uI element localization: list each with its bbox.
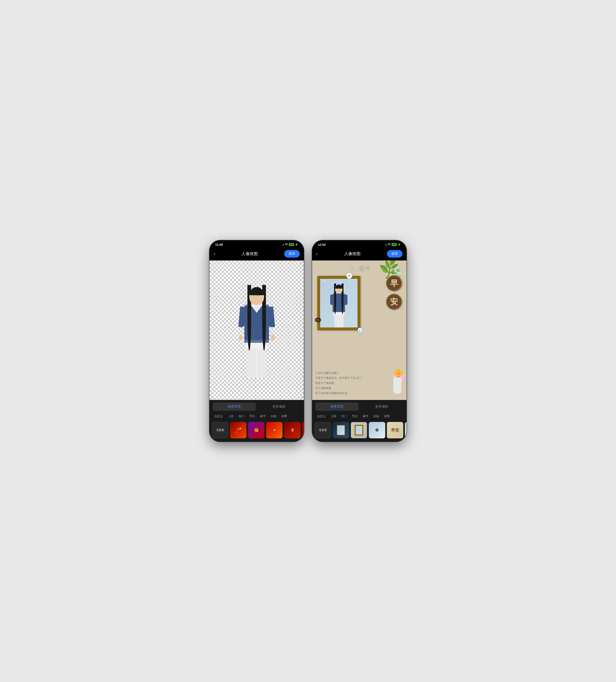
signal-icon-right: ᵢₗₗ	[385, 243, 387, 246]
watermark-logo: F	[349, 265, 357, 273]
tab-buttons-right: 创意背景 更多编辑	[312, 400, 407, 412]
template-1-left[interactable]: 🧨	[230, 422, 246, 438]
template-4-left[interactable]: 🏮	[284, 422, 301, 438]
cat-seasons-right[interactable]: 四季	[381, 414, 392, 419]
watermark: F 趣号	[349, 265, 370, 273]
person-figure	[244, 287, 269, 378]
cat-custom-left[interactable]: 自定义	[212, 414, 226, 419]
template-5-left[interactable]: 夕	[302, 422, 304, 438]
tab-more-edit-right[interactable]: 更多编辑	[360, 403, 403, 411]
status-bar-left: 12:00 ᵢₗₗ 100 ⚡	[209, 240, 304, 248]
cat-spring-right[interactable]: 春节	[360, 414, 371, 419]
bottom-panel-right: 创意背景 更多编辑 自定义 上新 热门 节日 春节 问候 四季 无背景	[312, 400, 407, 442]
back-button-left[interactable]: ‹	[214, 251, 215, 256]
wifi-icon-right	[387, 243, 391, 246]
morning-badge: 早	[386, 275, 402, 291]
page-title-left: 人像抠图	[241, 251, 258, 256]
ruler-mark-right-bottom: F	[301, 397, 302, 399]
motivational-text: 人为什么要长大呢？ 不是为了逃进生活，也不是为了关上门， 而是为了再相遇， 为了…	[315, 370, 384, 396]
template-no-bg-right[interactable]: 无背景	[314, 422, 331, 438]
template-frame-right[interactable]	[351, 422, 367, 438]
cat-new-right[interactable]: 上新	[328, 414, 339, 419]
right-phone: 12:02 ᵢₗₗ 100 ⚡ ‹ 人像抠图 保存	[312, 240, 407, 442]
time-right: 12:02	[318, 243, 326, 246]
top-bar-right: ‹ 人像抠图 保存	[312, 248, 407, 260]
cat-spring-left[interactable]: 春节	[258, 414, 268, 419]
template-snow-right[interactable]: ❄	[369, 422, 385, 438]
template-blue-right[interactable]	[333, 422, 349, 438]
phones-container: 12:00 ᵢₗₗ 100 ⚡ ‹ 人像抠图 保存	[209, 240, 407, 442]
tab-creative-bg-left[interactable]: 创意背景	[213, 403, 256, 411]
template-morning-right[interactable]: 早安	[387, 422, 403, 438]
time-left: 12:00	[215, 243, 223, 246]
ruler-top	[209, 260, 304, 261]
ruler-bottom	[209, 399, 304, 400]
cat-custom-right[interactable]: 自定义	[314, 414, 328, 419]
back-button-right[interactable]: ‹	[316, 251, 318, 256]
edit-handle[interactable]: 中	[347, 273, 352, 279]
charging-icon-left: ⚡	[295, 243, 298, 246]
battery-right: 100	[392, 243, 397, 246]
bottom-panel-left: 创意背景 更多编辑 自定义 上新 热门 节日 春节 问候 四季 无背景 🧨	[209, 400, 304, 442]
status-bar-right: 12:02 ᵢₗₗ 100 ⚡	[312, 240, 407, 248]
category-tabs-right: 自定义 上新 热门 节日 春节 问候 四季	[312, 412, 407, 421]
template-3-left[interactable]: 🏮	[266, 422, 283, 438]
vase-decoration	[393, 377, 401, 394]
peace-badge: 安	[386, 294, 402, 310]
checker-background: c	[209, 260, 304, 400]
plus-badge[interactable]: +1	[315, 318, 321, 322]
save-button-right[interactable]: 保存	[387, 250, 402, 257]
wifi-icon-left	[285, 243, 288, 246]
ruler-mark-left-bottom: 1	[211, 397, 212, 399]
photo-frame	[317, 276, 360, 330]
cat-hot-right[interactable]: 热门	[339, 414, 350, 419]
charging-icon-right: ⚡	[398, 243, 401, 246]
left-phone: 12:00 ᵢₗₗ 100 ⚡ ‹ 人像抠图 保存	[209, 240, 304, 442]
cat-holiday-right[interactable]: 节日	[350, 414, 360, 419]
top-bar-left: ‹ 人像抠图 保存	[209, 248, 304, 260]
resize-handle[interactable]: ↙	[357, 327, 363, 333]
cat-seasons-left[interactable]: 四季	[279, 414, 289, 419]
tab-buttons-left: 创意背景 更多编辑	[209, 400, 304, 412]
template-2-left[interactable]: 福	[248, 422, 264, 438]
cat-new-left[interactable]: 上新	[226, 414, 236, 419]
category-tabs-left: 自定义 上新 热门 节日 春节 问候 四季	[209, 412, 304, 421]
page-title-right: 人像抠图	[344, 251, 360, 256]
signal-icon-left: ᵢₗₗ	[283, 243, 284, 246]
status-right-right: ᵢₗₗ 100 ⚡	[385, 243, 401, 246]
battery-left: 100	[289, 243, 294, 246]
template-no-bg-left[interactable]: 无背景	[212, 422, 228, 438]
photo-frame-container[interactable]: 中	[317, 276, 360, 330]
template-grid-left: 无背景 🧨 福 🏮 🏮 夕	[209, 421, 304, 442]
cat-hot-left[interactable]: 热门	[236, 414, 247, 419]
main-content-left: c	[209, 260, 304, 400]
cat-holiday-left[interactable]: 节日	[247, 414, 258, 419]
flowers-decoration-2: 🌼	[394, 369, 403, 377]
status-right-left: ᵢₗₗ 100 ⚡	[283, 243, 298, 246]
cat-greet-right[interactable]: 问候	[371, 414, 381, 419]
tab-creative-bg-right[interactable]: 创意背景	[315, 403, 358, 411]
save-button-left[interactable]: 保存	[284, 250, 300, 257]
main-content-right: F 趣号 🌿 🍃 中	[312, 260, 407, 400]
template-winter-right[interactable]: 🌨	[405, 422, 407, 438]
tab-more-edit-left[interactable]: 更多编辑	[258, 403, 301, 411]
cat-greet-left[interactable]: 问候	[268, 414, 279, 419]
template-grid-right: 无背景 ❄ 早安 🌨	[312, 421, 407, 442]
ruler-mark-right: c	[301, 261, 303, 264]
creative-background: F 趣号 🌿 🍃 中	[312, 260, 407, 400]
